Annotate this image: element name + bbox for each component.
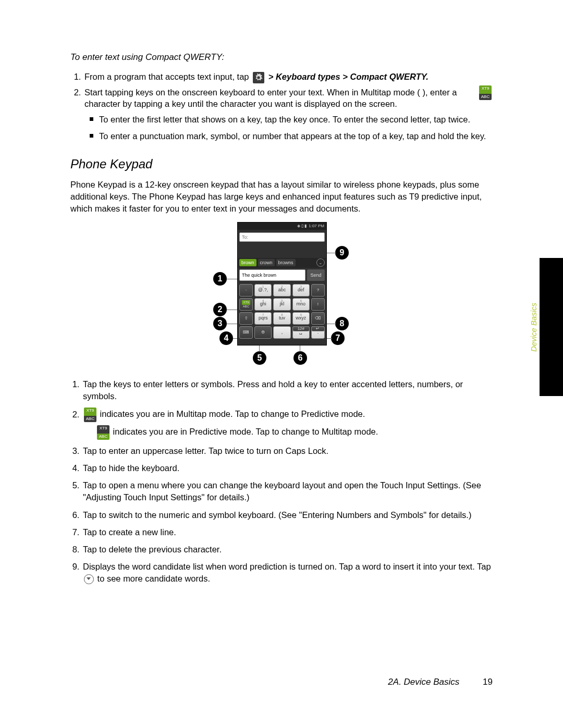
key-numsym[interactable]: 12# [292, 326, 310, 331]
sub-2: To enter a punctuation mark, symbol, or … [99, 130, 493, 142]
to-field[interactable] [239, 232, 325, 242]
intro-steps: From a program that accepts text input, … [70, 71, 493, 142]
step-1-text-a: From a program that accepts text input, … [84, 72, 251, 81]
key-question[interactable]: ? [311, 284, 325, 297]
section-heading: Phone Keypad [70, 157, 493, 171]
legend-2a-text: indicates you are in Multitap mode. Tap … [100, 410, 365, 419]
key-shift[interactable]: ⇧ [239, 312, 253, 325]
key-backspace[interactable]: ⌫ [311, 312, 325, 325]
xt9-multitap-icon: XT9 ABC [479, 85, 492, 100]
key-abc[interactable]: 2abc [273, 284, 290, 297]
key-tuv[interactable]: 8tuv [273, 312, 290, 325]
key-voice[interactable]: · [239, 284, 253, 297]
leader [259, 346, 260, 352]
side-tab-label: Device Basics [529, 302, 537, 351]
key-mno[interactable]: 6mno [292, 298, 310, 311]
xt9-predictive-icon: XT9 ABC [97, 425, 109, 440]
legend-5: Tap to open a menu where you can change … [82, 479, 493, 503]
side-tab: Device Basics [540, 258, 563, 396]
callout-2: 2 [213, 303, 227, 316]
message-area [238, 242, 326, 258]
candidate-bar: brown crown browns ⌄ [238, 258, 326, 268]
legend-9: Displays the word candidate list when wo… [82, 561, 493, 585]
callout-7: 7 [331, 331, 345, 345]
page-footer: 2A. Device Basics 19 [0, 677, 563, 687]
page: Device Basics To enter text using Compac… [0, 0, 563, 728]
send-button[interactable]: Send [307, 269, 325, 281]
keypad-diagram: 1 2 3 4 5 6 7 8 9 ◈ ▯ ▮ 1:07 PM brown [198, 222, 365, 368]
key-exclaim[interactable]: ! [311, 298, 325, 311]
compose-field[interactable] [239, 269, 305, 281]
sub-1: To enter the first letter that shows on … [99, 114, 493, 125]
keypad-legend: Tap the keys to enter letters or symbols… [70, 378, 493, 585]
key-wxyz[interactable]: 9wxyz [292, 312, 310, 325]
key-pqrs[interactable]: 7pqrs [254, 312, 272, 325]
key-settings[interactable]: ⚙ [254, 326, 272, 339]
more-candidates-icon[interactable]: ⌄ [316, 258, 325, 267]
xt9-bot: ABC [479, 94, 492, 100]
candidate-word[interactable]: brown [239, 259, 256, 266]
compose-row: Send [238, 268, 326, 282]
step-2: Start tapping keys on the onscreen keybo… [83, 87, 493, 142]
footer-page: 19 [483, 677, 493, 687]
footer-section: 2A. Device Basics [388, 677, 459, 687]
more-candidates-icon [84, 574, 94, 584]
leader [300, 346, 300, 352]
legend-9a-text: Displays the word candidate list when wo… [83, 562, 491, 571]
legend-6: Tap to switch to the numeric and symbol … [82, 509, 493, 521]
key-def[interactable]: 3def [292, 284, 310, 297]
phone-mockup: ◈ ▯ ▮ 1:07 PM brown crown browns ⌄ Send … [237, 222, 327, 346]
candidate-word[interactable]: crown [258, 259, 275, 266]
status-bar: ◈ ▯ ▮ 1:07 PM [238, 223, 326, 230]
callout-4: 4 [219, 331, 233, 345]
step-1: From a program that accepts text input, … [83, 71, 493, 83]
key-at[interactable]: 1@.?, [254, 284, 272, 297]
section-body: Phone Keypad is a 12-key onscreen keypad… [70, 179, 493, 215]
callout-9: 9 [335, 246, 349, 260]
key-comma[interactable]: , [273, 326, 290, 339]
legend-2: XT9 ABC indicates you are in Multitap mo… [82, 408, 493, 440]
callout-8: 8 [335, 317, 349, 330]
intro-heading: To enter text using Compact QWERTY: [70, 52, 493, 63]
candidate-word[interactable]: browns [276, 259, 296, 266]
status-time: 1:07 PM [309, 224, 324, 228]
key-mode-xt9[interactable]: XT9ABC [239, 298, 253, 311]
legend-8: Tap to delete the previous character. [82, 544, 493, 556]
callout-5: 5 [253, 351, 266, 365]
step-2-text-a: Start tapping keys on the onscreen keybo… [84, 88, 422, 97]
legend-7: Tap to create a new line. [82, 526, 493, 538]
key-jkl[interactable]: 5jkl [273, 298, 290, 311]
legend-4: Tap to hide the keyboard. [82, 462, 493, 474]
step-2-sublist: To enter the first letter that shows on … [84, 114, 493, 142]
xt9-multitap-icon: XT9 ABC [84, 408, 96, 422]
legend-3: Tap to enter an uppercase letter. Tap tw… [82, 445, 493, 457]
status-icons: ◈ ▯ ▮ [297, 224, 307, 228]
gear-icon [253, 72, 264, 83]
callout-6: 6 [293, 351, 307, 365]
callout-3: 3 [213, 317, 227, 330]
legend-1: Tap the keys to enter letters or symbols… [82, 378, 493, 402]
to-row [238, 230, 326, 242]
key-enter[interactable]: ↵ [311, 326, 325, 331]
keypad: · 1@.?, 2abc 3def ? XT9ABC 4ghi 5jkl 6mn… [238, 282, 326, 340]
key-hide[interactable]: ⌨ [239, 326, 253, 339]
legend-9b-text: to see more candidate words. [97, 574, 210, 583]
legend-2b: XT9 ABC indicates you are in Predictive … [96, 425, 493, 440]
xt9-top: XT9 [479, 85, 492, 94]
legend-2b-text: indicates you are in Predictive mode. Ta… [113, 427, 378, 437]
callout-1: 1 [213, 272, 227, 286]
key-ghi[interactable]: 4ghi [254, 298, 272, 311]
step-1-path: > Keyboard types > Compact QWERTY. [268, 72, 429, 81]
